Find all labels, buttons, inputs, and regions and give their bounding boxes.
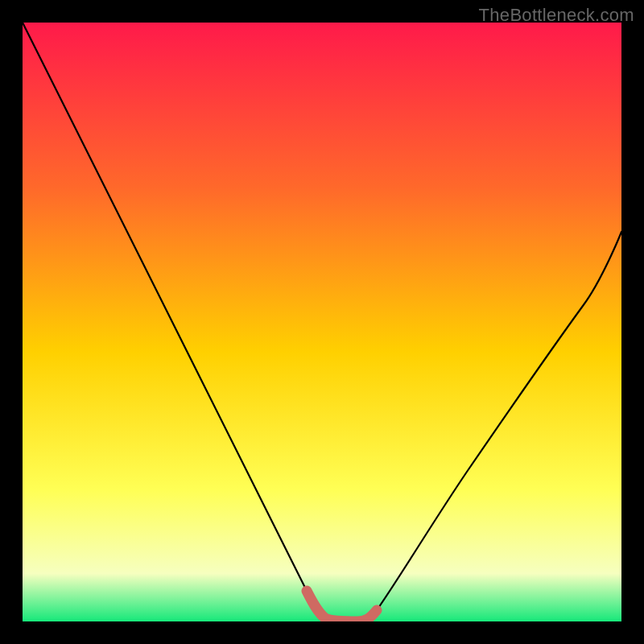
chart-frame: TheBottleneck.com [0, 0, 644, 644]
chart-svg [23, 23, 621, 621]
watermark-text: TheBottleneck.com [479, 5, 634, 26]
gradient-background [23, 23, 621, 621]
plot-area [23, 23, 621, 621]
